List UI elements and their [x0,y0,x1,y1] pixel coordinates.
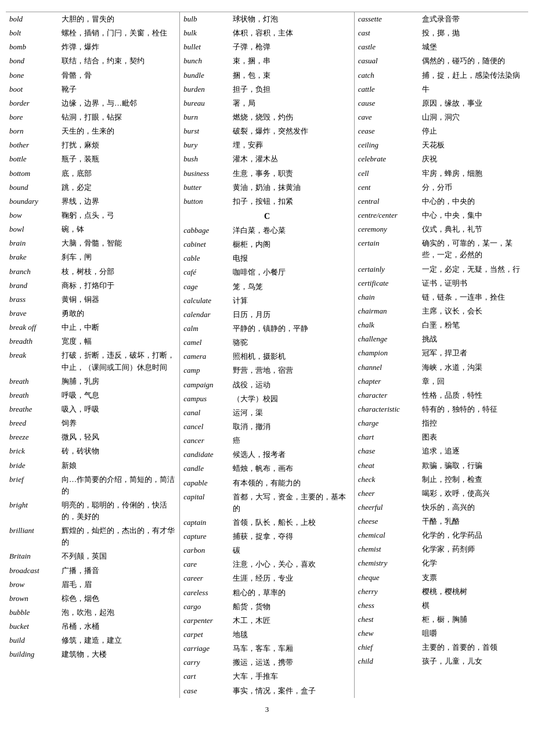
list-item: character性格，品质，特性 [358,388,525,402]
entry-word: carry [183,657,233,668]
entry-word: cheer [358,488,422,499]
entry-word: carpenter [183,615,233,627]
entry-word: campus [183,393,233,405]
list-item: cargo船货，货物 [183,600,350,614]
entry-word: challenge [358,333,422,345]
list-item: candle蜡烛，帆布，画布 [183,462,350,476]
entry-def: 大脑，骨髓，智能 [62,237,176,249]
list-item: cease停止 [358,124,525,138]
entry-word: bulk [183,27,233,39]
list-item: canal运河，渠 [183,406,350,420]
entry-def: 微风，轻风 [62,431,176,443]
list-item: chemical化学的，化学药品 [358,528,525,542]
list-item: cabinet橱柜，内阁 [183,237,350,251]
list-item: breathe吸入，呼吸 [9,402,176,416]
entry-word: character [358,390,422,401]
entry-def: 捕，捉，赶上，感染传法染病 [422,70,525,81]
entry-word: bottom [9,168,62,179]
entry-word: breadth [9,336,62,347]
entry-word: break [9,350,62,373]
list-item: build修筑，建造，建立 [9,633,176,647]
entry-word: bore [9,111,62,123]
list-item: celebrate庆祝 [358,152,525,166]
list-item: bond联结，结合，约束，契约 [9,54,176,68]
list-item: certain确实的，可靠的，某一，某些，一定，必然的 [358,236,525,262]
list-item: certainly一定，必定，无疑，当然，行 [358,262,525,276]
entry-def: 樱桃，樱桃树 [422,586,525,597]
entry-def: 碳 [233,545,350,556]
entry-word: bride [9,460,62,471]
entry-word: celebrate [358,153,422,165]
list-item: bore钻洞，打眼，钻探 [9,110,176,124]
entry-def: 体积，容积，主体 [233,27,350,39]
entry-def: 炸弹，爆炸 [62,41,176,53]
entry-def: 图表 [422,431,525,443]
entry-word: capital [183,491,233,514]
entry-def: 子弹，枪弹 [233,41,350,53]
entry-def: 性格，品质，特性 [422,390,525,401]
entry-def: 电报 [233,253,350,264]
list-item: cancer癌 [183,434,350,448]
entry-def: 链，链条，一连串，拴住 [422,291,525,303]
entry-word: breed [9,417,62,429]
entry-word: cargo [183,601,233,613]
entry-word: catch [358,70,422,81]
entry-word: burst [183,125,233,137]
entry-word: chart [358,431,422,443]
entry-word: candle [183,463,233,474]
entry-word: cattle [358,84,422,95]
list-item: bottom底，底部 [9,167,176,181]
entry-def: 化学 [422,557,525,569]
entry-def: 候选人，报考者 [233,449,350,460]
entry-def: 宽度，幅 [62,336,176,347]
list-item: bother打扰，麻烦 [9,138,176,152]
entry-word: brown [9,593,62,604]
entry-word: building [9,649,62,660]
list-item: camel骆驼 [183,336,350,350]
entry-def: 燃烧，烧毁，灼伤 [233,111,350,123]
entry-word: brave [9,308,62,319]
list-item: chemist化学家，药剂师 [358,542,525,556]
list-item: burden担子，负担 [183,82,350,96]
entry-word: capture [183,531,233,542]
entry-def: 山洞，洞穴 [422,111,525,123]
entry-word: cast [358,27,422,39]
entry-word: chairman [358,305,422,317]
entry-word: chess [358,600,422,611]
list-item: centre/center中心，中央，集中 [358,208,525,222]
entry-word: certainly [358,264,422,275]
list-item: cable电报 [183,251,350,265]
entry-def: 咖啡馆，小餐厅 [233,267,350,278]
list-item: café咖啡馆，小餐厅 [183,265,350,279]
entry-word: bolt [9,27,62,39]
list-item: cast投，掷，抛 [358,26,525,40]
entry-def: 喝彩，欢呼，使高兴 [422,488,525,499]
entry-def: 干酪，乳酪 [422,516,525,527]
list-item: cent分，分币 [358,181,525,195]
entry-word: carriage [183,643,233,654]
list-item: brave勇敢的 [9,307,176,321]
entry-def: 平静的，镇静的，平静 [233,323,350,334]
entry-def: 署，局 [233,98,350,109]
entry-word: break off [9,322,62,333]
entry-def: 联结，结合，约束，契约 [62,55,176,67]
list-item: brass黄铜，铜器 [9,293,176,307]
entry-word: boot [9,84,62,95]
list-item: bride新娘 [9,459,176,473]
page: bold大胆的，冒失的bolt螺栓，插销，门闩，关窗，栓住bomb炸弹，爆炸bo… [0,0,534,728]
list-item: cheque支票 [358,571,525,585]
list-item: breath呼吸，气息 [9,388,176,402]
list-item: carriage马车，客车，车厢 [183,642,350,656]
entry-def: 向…作简要的介绍，简短的，简洁的 [62,474,176,497]
entry-def: 橱柜，内阁 [233,239,350,250]
entry-def: 仪式，典礼，礼节 [422,224,525,235]
entry-word: brass [9,294,62,305]
list-item: calm平静的，镇静的，平静 [183,322,350,336]
entry-word: bound [9,182,62,193]
entry-def: 打破，折断，违反，破坏，打断，中止，（课间或工间）休息时间 [62,350,176,373]
entry-def: 钻洞，打眼，钻探 [62,111,176,123]
entry-def: 笼，鸟笼 [233,281,350,293]
list-item: camera照相机，摄影机 [183,350,350,363]
entry-word: bush [183,153,233,165]
entry-word: brief [9,474,62,497]
